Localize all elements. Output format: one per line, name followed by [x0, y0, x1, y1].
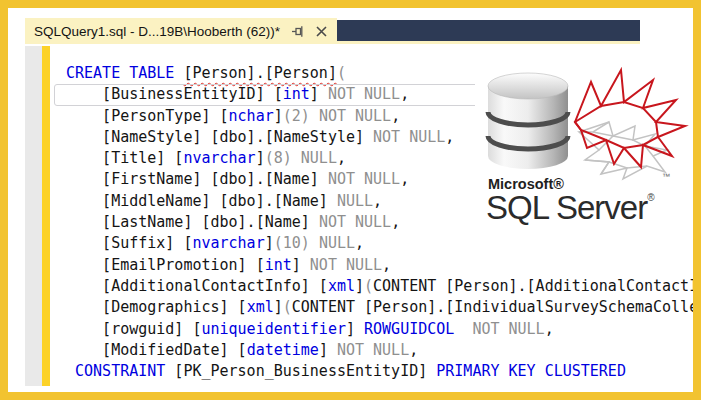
tab-bar: SQLQuery1.sql - D...19B\Hooberth (62))* [25, 18, 640, 44]
code-line[interactable]: [ModifiedDate] [datetime] NOT NULL, [54, 340, 693, 361]
trademark-symbol: ™ [662, 172, 670, 181]
sql-swoosh-icon [575, 70, 685, 167]
glyph-margin [25, 46, 42, 386]
pin-icon[interactable] [290, 24, 304, 38]
sql-server-wordmark: SQL Server® [486, 189, 655, 227]
sql-server-logo: Microsoft® SQL Server® ™ [475, 60, 693, 238]
database-cylinder-icon [475, 60, 693, 182]
code-line[interactable]: [Demographics] [xml](CONTENT [Person].[I… [54, 297, 693, 318]
code-line[interactable]: [rowguid] [uniqueidentifier] ROWGUIDCOL … [54, 319, 693, 340]
track-changes-strip [42, 46, 50, 386]
content-area: SQLQuery1.sql - D...19B\Hooberth (62))* [8, 8, 693, 392]
app-window: SQLQuery1.sql - D...19B\Hooberth (62))* [0, 0, 701, 400]
tab-title: SQLQuery1.sql - D...19B\Hooberth (62))* [34, 24, 280, 39]
document-tab[interactable]: SQLQuery1.sql - D...19B\Hooberth (62))* [25, 18, 337, 44]
close-icon[interactable] [314, 24, 328, 38]
tab-well-filler [337, 20, 640, 44]
sql-server-text: SQL Server [486, 189, 647, 226]
code-line[interactable]: [EmailPromotion] [int] NOT NULL, [54, 255, 693, 276]
registered-symbol: ® [647, 192, 654, 203]
code-line[interactable]: [AdditionalContactInfo] [xml](CONTENT [P… [54, 276, 693, 297]
code-line[interactable]: CONSTRAINT [PK_Person_BusinessEntityID] … [54, 361, 693, 382]
